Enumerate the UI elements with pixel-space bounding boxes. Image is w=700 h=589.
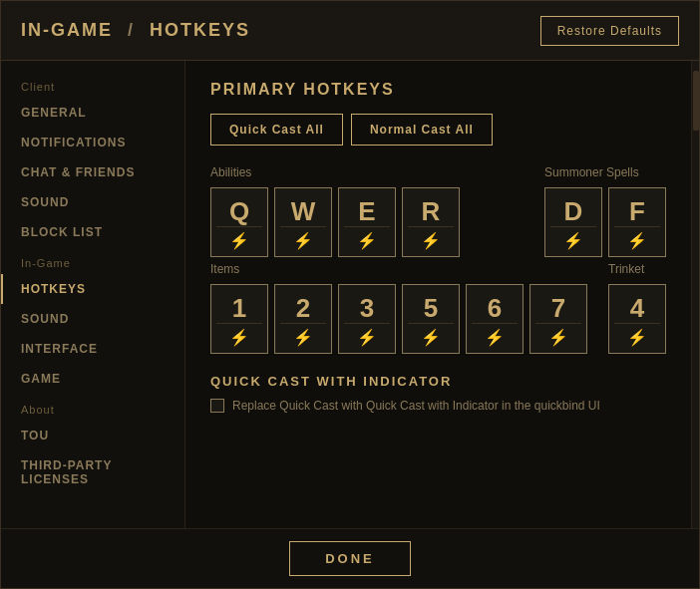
quick-cast-all-button[interactable]: Quick Cast All	[210, 114, 343, 146]
sidebar-item-hotkeys[interactable]: HOTKEYS	[1, 274, 184, 304]
trinket-keys-row: 4 ⚡	[608, 284, 666, 354]
key-6[interactable]: 6 ⚡	[466, 284, 524, 354]
abilities-group: Abilities Q ⚡ W ⚡	[210, 165, 460, 257]
cast-buttons-group: Quick Cast All Normal Cast All	[210, 114, 666, 146]
key-6-indicator: ⚡	[472, 323, 518, 347]
summoner-group: Summoner Spells D ⚡ F ⚡	[544, 165, 666, 257]
key-7[interactable]: 7 ⚡	[529, 284, 587, 354]
key-w-indicator: ⚡	[280, 226, 326, 250]
sidebar-item-notifications[interactable]: NOTIFICATIONS	[1, 128, 184, 157]
key-5-indicator: ⚡	[408, 323, 454, 347]
key-q[interactable]: Q ⚡	[210, 187, 268, 257]
key-e[interactable]: E ⚡	[338, 187, 396, 257]
sidebar-item-interface[interactable]: INTERFACE	[1, 334, 184, 364]
lightning-icon: ⚡	[293, 328, 313, 347]
quick-cast-checkbox-row: Replace Quick Cast with Quick Cast with …	[210, 399, 666, 413]
quick-cast-indicator-title: QUICK CAST WITH INDICATOR	[210, 374, 666, 389]
key-r-label: R	[422, 196, 441, 226]
summoner-label: Summoner Spells	[544, 165, 666, 179]
key-q-label: Q	[229, 196, 249, 226]
lightning-icon: ⚡	[293, 231, 313, 250]
sidebar-section-about: About	[1, 394, 184, 421]
key-e-indicator: ⚡	[344, 226, 390, 250]
key-4[interactable]: 4 ⚡	[608, 284, 666, 354]
page-title: IN-GAME / HOTKEYS	[21, 20, 250, 41]
key-5[interactable]: 5 ⚡	[402, 284, 460, 354]
key-r-indicator: ⚡	[408, 226, 454, 250]
trinket-label: Trinket	[608, 262, 666, 276]
key-d[interactable]: D ⚡	[544, 187, 602, 257]
key-7-label: 7	[551, 293, 565, 323]
ability-keys-row: Q ⚡ W ⚡ E	[210, 187, 460, 257]
key-q-indicator: ⚡	[216, 226, 262, 250]
sidebar-item-sound-client[interactable]: SOUND	[1, 187, 184, 217]
lightning-icon: ⚡	[485, 328, 505, 347]
key-w[interactable]: W ⚡	[274, 187, 332, 257]
done-button[interactable]: DONE	[289, 541, 411, 576]
items-group: Items 1 ⚡ 2 ⚡	[210, 262, 587, 354]
key-6-label: 6	[488, 293, 502, 323]
key-w-label: W	[291, 196, 316, 226]
abilities-label: Abilities	[210, 165, 460, 179]
key-f-indicator: ⚡	[614, 226, 660, 250]
lightning-icon: ⚡	[627, 231, 647, 250]
key-d-indicator: ⚡	[550, 226, 596, 250]
sidebar-item-chat-friends[interactable]: CHAT & FRIENDS	[1, 157, 184, 187]
key-2-label: 2	[296, 293, 310, 323]
sidebar-section-client: Client	[1, 71, 184, 98]
key-1-indicator: ⚡	[216, 323, 262, 347]
lightning-icon: ⚡	[421, 328, 441, 347]
normal-cast-all-button[interactable]: Normal Cast All	[351, 114, 493, 146]
lightning-icon: ⚡	[229, 231, 249, 250]
key-r[interactable]: R ⚡	[402, 187, 460, 257]
sidebar-section-ingame: In-Game	[1, 247, 184, 274]
scrollbar-thumb[interactable]	[693, 71, 699, 131]
lightning-icon: ⚡	[357, 328, 377, 347]
sidebar-item-game[interactable]: GAME	[1, 364, 184, 394]
quick-cast-checkbox[interactable]	[210, 399, 224, 413]
key-4-label: 4	[630, 293, 644, 323]
item-keys-row: 1 ⚡ 2 ⚡ 3	[210, 284, 587, 354]
primary-hotkeys-title: PRIMARY HOTKEYS	[210, 81, 666, 99]
lightning-icon: ⚡	[563, 231, 583, 250]
sidebar-item-general[interactable]: GENERAL	[1, 98, 184, 128]
quick-cast-checkbox-label: Replace Quick Cast with Quick Cast with …	[232, 399, 600, 413]
key-5-label: 5	[424, 293, 438, 323]
key-3[interactable]: 3 ⚡	[338, 284, 396, 354]
key-7-indicator: ⚡	[535, 323, 581, 347]
sidebar-item-third-party[interactable]: THIRD-PARTY LICENSES	[1, 450, 184, 494]
items-trinket-row: Items 1 ⚡ 2 ⚡	[210, 262, 666, 354]
lightning-icon: ⚡	[548, 328, 568, 347]
key-4-indicator: ⚡	[614, 323, 660, 347]
key-f-label: F	[629, 196, 645, 226]
lightning-icon: ⚡	[421, 231, 441, 250]
lightning-icon: ⚡	[357, 231, 377, 250]
sidebar-item-sound-game[interactable]: SOUND	[1, 304, 184, 334]
items-label: Items	[210, 262, 587, 276]
main-layout: Client GENERAL NOTIFICATIONS CHAT & FRIE…	[1, 61, 699, 528]
scrollbar-track[interactable]	[691, 61, 699, 528]
breadcrumb-hotkeys: HOTKEYS	[150, 20, 250, 40]
breadcrumb-slash: /	[128, 20, 142, 40]
key-e-label: E	[358, 196, 375, 226]
lightning-icon: ⚡	[627, 328, 647, 347]
key-3-label: 3	[360, 293, 374, 323]
footer: DONE	[1, 528, 699, 588]
key-d-label: D	[564, 196, 583, 226]
sidebar-item-tou[interactable]: TOU	[1, 421, 184, 450]
key-2-indicator: ⚡	[280, 323, 326, 347]
sidebar: Client GENERAL NOTIFICATIONS CHAT & FRIE…	[1, 61, 185, 528]
key-2[interactable]: 2 ⚡	[274, 284, 332, 354]
abilities-summoner-row: Abilities Q ⚡ W ⚡	[210, 165, 666, 257]
content-area: PRIMARY HOTKEYS Quick Cast All Normal Ca…	[185, 61, 691, 528]
restore-defaults-button[interactable]: Restore Defaults	[540, 16, 679, 46]
summoner-keys-row: D ⚡ F ⚡	[544, 187, 666, 257]
breadcrumb-ingame: IN-GAME	[21, 20, 113, 40]
header: IN-GAME / HOTKEYS Restore Defaults	[1, 1, 699, 61]
lightning-icon: ⚡	[229, 328, 249, 347]
key-1[interactable]: 1 ⚡	[210, 284, 268, 354]
key-1-label: 1	[232, 293, 246, 323]
key-3-indicator: ⚡	[344, 323, 390, 347]
sidebar-item-block-list[interactable]: BLOCK LIST	[1, 217, 184, 247]
key-f[interactable]: F ⚡	[608, 187, 666, 257]
